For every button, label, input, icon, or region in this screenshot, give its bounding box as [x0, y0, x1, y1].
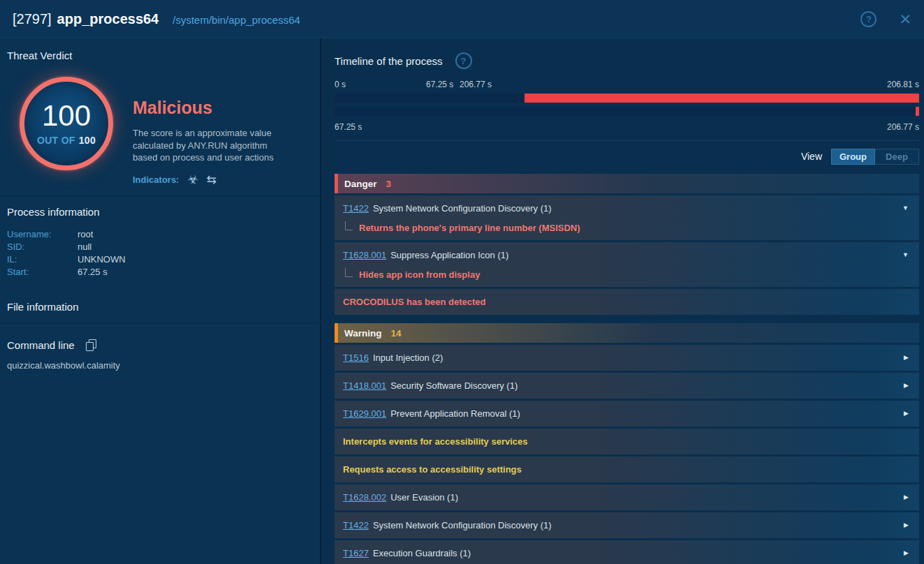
- technique-name: Input Injection (2): [373, 352, 443, 363]
- timeline-bottom-label-start: 67.25 s: [335, 122, 362, 132]
- signature-row[interactable]: CROCODILUS has been detected: [335, 289, 919, 315]
- verdict-text-block: Malicious The score is an approximate va…: [133, 68, 289, 186]
- technique-name: Security Software Discovery (1): [390, 380, 518, 391]
- view-label: View: [801, 151, 822, 162]
- section-title: Warning: [344, 328, 382, 339]
- technique-id-link[interactable]: T1422: [343, 203, 369, 214]
- technique-id-link[interactable]: T1629.001: [343, 408, 386, 419]
- technique-id-link[interactable]: T1516: [343, 352, 369, 363]
- row-caret-icon[interactable]: ▶: [904, 410, 909, 417]
- field-value: root: [78, 228, 93, 241]
- swap-arrows-icon[interactable]: ⇆: [207, 174, 217, 186]
- timeline-bottom-label-end: 206.77 s: [887, 122, 919, 132]
- severity-section-header: Danger 3: [335, 174, 919, 193]
- process-info-row: IL: UNKNOWN: [7, 253, 313, 266]
- copy-icon[interactable]: [86, 339, 97, 351]
- technique-row[interactable]: T1418.001 Security Software Discovery (1…: [335, 373, 919, 399]
- field-label: Start:: [7, 266, 78, 279]
- indicators-label: Indicators:: [133, 175, 179, 185]
- score-circle: 100 OUT OF100: [20, 77, 113, 170]
- signature-text: Returns the phone's primary line number …: [359, 223, 580, 233]
- process-pid: [2797]: [13, 11, 52, 27]
- view-deep-button[interactable]: Deep: [875, 149, 919, 165]
- row-caret-icon[interactable]: ▶: [904, 383, 909, 389]
- timeline-bar-process: [335, 107, 919, 116]
- command-line-section: Command line quizzical.washbowl.calamity: [0, 333, 320, 371]
- timeline-label-mid2: 206.77 s: [460, 80, 492, 89]
- timeline-label-start: 0 s: [335, 80, 346, 89]
- technique-row[interactable]: T1629.001 Prevent Application Removal (1…: [335, 401, 919, 426]
- group-children: Returns the phone's primary line number …: [343, 221, 898, 233]
- signature-row[interactable]: Requests access to accessibility setting…: [335, 457, 919, 482]
- process-info-row: Start: 67.25 s: [7, 266, 313, 279]
- tree-elbow-icon: [345, 268, 353, 277]
- signature-sub-row[interactable]: Hides app icon from display: [343, 267, 898, 280]
- section-count: 3: [386, 179, 392, 189]
- technique-id-link[interactable]: T1628.001: [343, 250, 386, 260]
- technique-row[interactable]: T1628.001 Suppress Application Icon (1) …: [335, 242, 919, 287]
- group-children: Hides app icon from display: [343, 267, 898, 280]
- technique-id-link[interactable]: T1628.002: [343, 492, 386, 503]
- row-caret-icon[interactable]: ▶: [904, 522, 909, 528]
- technique-row[interactable]: T1516 Input Injection (2) ▶: [335, 345, 919, 371]
- technique-row[interactable]: T1628.002 User Evasion (1) ▶: [335, 484, 919, 510]
- view-toggle: View Group Deep: [335, 148, 919, 165]
- field-label: IL:: [7, 253, 78, 266]
- process-info-heading: Process information: [0, 206, 320, 218]
- severity-section-header: Warning 14: [335, 323, 919, 343]
- technique-row[interactable]: T1422 System Network Configuration Disco…: [335, 512, 919, 538]
- technique-name: Suppress Application Icon (1): [390, 250, 508, 260]
- score-value: 100: [42, 101, 91, 131]
- section-gap: [335, 317, 919, 323]
- technique-id-link[interactable]: T1418.001: [343, 380, 386, 391]
- close-icon[interactable]: ✕: [899, 12, 911, 27]
- timeline-help-icon[interactable]: ?: [455, 52, 472, 69]
- field-value: null: [78, 241, 91, 253]
- file-info-heading: File information: [0, 301, 320, 313]
- timeline-label-mid1: 67.25 s: [426, 80, 453, 89]
- signature-sub-row[interactable]: Returns the phone's primary line number …: [343, 221, 898, 233]
- technique-name: Prevent Application Removal (1): [390, 408, 520, 419]
- timeline-bottom-labels: 67.25 s 206.77 s: [335, 122, 919, 133]
- help-icon[interactable]: ?: [860, 11, 877, 27]
- technique-name: System Network Configuration Discovery (…: [373, 203, 552, 214]
- technique-id-link[interactable]: T1627: [343, 548, 369, 558]
- section-count: 14: [391, 328, 402, 339]
- process-info-fields: Username: root SID: null IL: UNKNOWN Sta…: [0, 228, 320, 279]
- row-caret-icon[interactable]: ▶: [904, 355, 909, 361]
- technique-row[interactable]: T1422 System Network Configuration Disco…: [335, 195, 919, 240]
- row-caret-icon[interactable]: ▼: [902, 205, 909, 212]
- signature-row[interactable]: Intercepts events for accessibility serv…: [335, 429, 919, 454]
- row-caret-icon[interactable]: ▼: [902, 252, 909, 258]
- view-group-button[interactable]: Group: [831, 149, 875, 165]
- process-title: app_process64: [57, 11, 159, 27]
- timeline-divider: [335, 140, 919, 141]
- score-out-of: OUT OF100: [37, 135, 96, 146]
- technique-id-link[interactable]: T1422: [343, 520, 369, 530]
- process-details-panel: Threat Verdict 100 OUT OF100 Malicious T…: [0, 38, 321, 564]
- technique-name: System Network Configuration Discovery (…: [373, 520, 552, 530]
- timeline-bar-top-red: [525, 94, 919, 103]
- field-value: 67.25 s: [78, 266, 108, 279]
- timeline-top-labels: 0 s 67.25 s 206.77 s 206.81 s: [335, 80, 919, 90]
- biohazard-icon[interactable]: ☣: [187, 174, 198, 186]
- verdict-label: Malicious: [133, 98, 289, 118]
- process-path: /system/bin/app_process64: [173, 14, 300, 26]
- field-label: SID:: [7, 241, 78, 253]
- row-caret-icon[interactable]: ▶: [904, 550, 909, 556]
- out-of-label: OUT OF: [37, 135, 75, 146]
- technique-name: User Evasion (1): [390, 492, 458, 503]
- row-caret-icon[interactable]: ▶: [904, 494, 909, 500]
- out-of-value: 100: [79, 135, 96, 146]
- signature-text: Hides app icon from display: [359, 269, 480, 280]
- score-gauge: 100 OUT OF100: [0, 68, 133, 186]
- technique-row[interactable]: T1627 Execution Guardrails (1) ▶: [335, 540, 919, 564]
- threat-verdict-heading: Threat Verdict: [0, 50, 320, 61]
- tree-elbow-icon: [345, 221, 353, 230]
- indicators-row: Indicators: ☣ ⇆: [133, 174, 289, 186]
- window-header: [2797] app_process64 /system/bin/app_pro…: [0, 0, 924, 38]
- section-divider: [0, 322, 320, 323]
- signature-text: Intercepts events for accessibility serv…: [343, 436, 527, 447]
- timeline-bar-full: [335, 94, 919, 103]
- signature-text: Requests access to accessibility setting…: [343, 464, 522, 475]
